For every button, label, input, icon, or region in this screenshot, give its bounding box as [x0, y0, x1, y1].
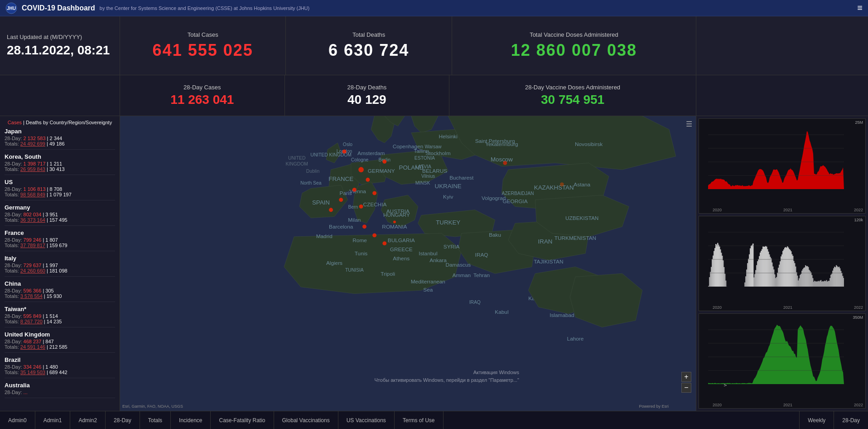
deaths-header-label: | Deaths by Country/Region/Sovereignty	[23, 120, 112, 125]
tab-global-vaccinations[interactable]: Global Vaccinations	[274, 411, 338, 429]
country-item-brazil[interactable]: Brazil 28-Day: 334 246 | 1 480 Totals: 3…	[5, 356, 115, 378]
svg-text:IRAN: IRAN	[538, 238, 553, 245]
app-subtitle: by the Center for Systems Science and En…	[100, 5, 309, 11]
svg-text:Saint Petersburg: Saint Petersburg	[475, 138, 515, 144]
svg-text:Moscow: Moscow	[491, 156, 513, 163]
weekly-deaths-chart: Weekly Deaths 2020 2021 2022 120k	[699, 216, 866, 311]
svg-text:Amman: Amman	[452, 272, 471, 278]
tab-terms-of-use[interactable]: Terms of Use	[395, 411, 444, 429]
total-vaccine-label: Total Vaccine Doses Administered	[530, 31, 618, 38]
tab-admin2[interactable]: Admin2	[70, 411, 106, 429]
cases-chart-years: 2020 2021 2022	[713, 208, 863, 212]
svg-text:Dublin: Dublin	[306, 169, 320, 174]
last-updated-label: Last Updated at (M/D/YYYY)	[7, 34, 82, 40]
tab-admin1[interactable]: Admin1	[35, 411, 71, 429]
map-list-icon[interactable]: ☰	[686, 120, 692, 128]
svg-text:IRAQ: IRAQ	[469, 300, 481, 305]
svg-text:BULGARIA: BULGARIA	[388, 237, 415, 244]
svg-point-86	[339, 198, 343, 202]
day28-cases-value: 11 263 041	[170, 93, 234, 107]
svg-text:JHU: JHU	[7, 6, 16, 11]
svg-text:Vilnius: Vilnius	[421, 174, 435, 179]
svg-text:Helsinki: Helsinki	[439, 133, 457, 140]
country-item-australia[interactable]: Australia28-Day: ...	[5, 382, 115, 398]
svg-text:KINGDOM: KINGDOM	[285, 161, 308, 166]
tab-incidence[interactable]: Incidence	[171, 411, 211, 429]
country-item-germany[interactable]: Germany 28-Day: 802 034 | 3 951 Totals: …	[5, 204, 115, 226]
tab-28day[interactable]: 28-Day	[106, 411, 140, 429]
country-item-italy[interactable]: Italy 28-Day: 729 637 | 1 997 Totals: 24…	[5, 255, 115, 277]
svg-text:North Sea: North Sea	[300, 180, 322, 185]
svg-text:TUNISIA: TUNISIA	[345, 268, 364, 273]
app-title: COVID-19 Dashboard	[22, 4, 95, 12]
tab-weekly[interactable]: Weekly	[799, 411, 834, 429]
total-cases-label: Total Cases	[188, 31, 218, 38]
svg-text:AUSTRIA: AUSTRIA	[386, 208, 410, 214]
svg-text:UNITED: UNITED	[288, 156, 305, 161]
svg-point-94	[503, 161, 507, 165]
svg-text:Istanbul: Istanbul	[419, 250, 437, 257]
menu-icon[interactable]: ≡	[857, 3, 863, 13]
country-item-france[interactable]: France 28-Day: 799 246 | 1 807 Totals: 3…	[5, 229, 115, 251]
country-item-china[interactable]: China 28-Day: 596 366 | 305 Totals: 3 57…	[5, 280, 115, 302]
svg-text:GREECE: GREECE	[390, 246, 413, 253]
tab-us-vaccinations[interactable]: US Vaccinations	[338, 411, 395, 429]
weekly-cases-chart: Weekly Cases 2020 2021 2022 25M	[699, 118, 866, 214]
svg-text:Damascus: Damascus	[445, 262, 471, 268]
svg-text:Mediterranean: Mediterranean	[411, 278, 445, 285]
day28-deaths-label: 28-Day Deaths	[347, 84, 387, 91]
vaccine-chart-years: 2020 2021 2022	[713, 403, 863, 407]
map-powered-by: Powered by Esri	[639, 404, 669, 409]
svg-point-84	[366, 178, 370, 182]
svg-point-85	[352, 188, 357, 192]
svg-text:Athens: Athens	[393, 255, 410, 262]
day28-vaccine-value: 30 754 951	[541, 93, 604, 107]
svg-text:AZERBAIDJAN: AZERBAIDJAN	[502, 191, 534, 196]
tab-admin0[interactable]: Admin0	[0, 411, 35, 429]
day28-cases-box: 28-Day Cases 11 263 041	[120, 75, 285, 116]
vaccine-chart-top: 350M	[853, 315, 863, 320]
chart-header-spacer	[696, 16, 868, 75]
svg-text:Oslo: Oslo	[343, 142, 352, 147]
sidebar-header: Cases | Deaths by Country/Region/Soverei…	[5, 120, 115, 125]
svg-text:Madrid: Madrid	[316, 233, 333, 239]
country-item-us[interactable]: US 28-Day: 1 106 813 | 8 708 Totals: 98 …	[5, 179, 115, 200]
svg-text:Tripoli: Tripoli	[381, 271, 395, 277]
svg-text:SYRIA: SYRIA	[444, 244, 460, 250]
charts-sidebar: Weekly Cases 2020 2021 2022 25M Weekly D…	[696, 116, 868, 411]
map-zoom-controls[interactable]: + −	[681, 372, 691, 393]
country-item-united-kingdom[interactable]: United Kingdom 28-Day: 468 237 | 847 Tot…	[5, 331, 115, 353]
svg-text:TURKEY: TURKEY	[436, 219, 460, 226]
svg-text:GERMANY: GERMANY	[368, 168, 395, 174]
svg-text:Cologne: Cologne	[351, 157, 369, 162]
tab-totals[interactable]: Totals	[140, 411, 171, 429]
country-item-taiwan-[interactable]: Taiwan* 28-Day: 595 849 | 1 514 Totals: …	[5, 306, 115, 327]
svg-text:CZECHIA: CZECHIA	[363, 201, 386, 208]
tab-case-fatality[interactable]: Case-Fatality Ratio	[211, 411, 274, 429]
country-item-korea--south[interactable]: Korea, South 28-Day: 1 398 717 | 1 211 T…	[5, 153, 115, 175]
watermark-line1: Активация Windows	[375, 369, 519, 376]
svg-text:Bucharest: Bucharest	[449, 175, 474, 181]
svg-text:Vienna: Vienna	[349, 188, 366, 195]
weekly-vaccine-chart: Weekly Doses Administered 2020 2021 2022…	[699, 313, 866, 409]
zoom-out-button[interactable]: −	[681, 383, 691, 393]
svg-text:Algiers: Algiers	[326, 260, 342, 266]
zoom-in-button[interactable]: +	[681, 372, 691, 382]
watermark-line2: Чтобы активировать Windows, перейди в ра…	[375, 376, 519, 384]
svg-point-92	[382, 241, 386, 245]
svg-text:Stockholm: Stockholm	[425, 150, 450, 156]
map-area[interactable]: NORWAY SWEDEN FINLAND UNITED KINGDOM FRA…	[120, 116, 696, 411]
stats-row: Last Updated at (M/D/YYYY) 28.11.2022, 0…	[0, 16, 868, 75]
svg-text:GEORGIA: GEORGIA	[502, 198, 527, 205]
bottom-bar: Admin0 Admin1 Admin2 28-Day Totals Incid…	[0, 411, 868, 429]
sidebar: Cases | Deaths by Country/Region/Soverei…	[0, 116, 120, 411]
day28-deaths-box: 28-Day Deaths 40 129	[285, 75, 450, 116]
country-item-japan[interactable]: Japan 28-Day: 2 132 583 | 2 344 Totals: …	[5, 128, 115, 150]
svg-text:TAJIKISTAN: TAJIKISTAN	[534, 258, 563, 265]
svg-text:Amsterdam: Amsterdam	[357, 150, 385, 156]
svg-point-81	[342, 150, 347, 154]
svg-point-95	[560, 182, 564, 186]
last-updated-box: Last Updated at (M/D/YYYY) 28.11.2022, 0…	[0, 16, 120, 75]
tab-28day-chart[interactable]: 28-Day	[834, 411, 868, 429]
svg-text:Astana: Astana	[574, 181, 590, 188]
